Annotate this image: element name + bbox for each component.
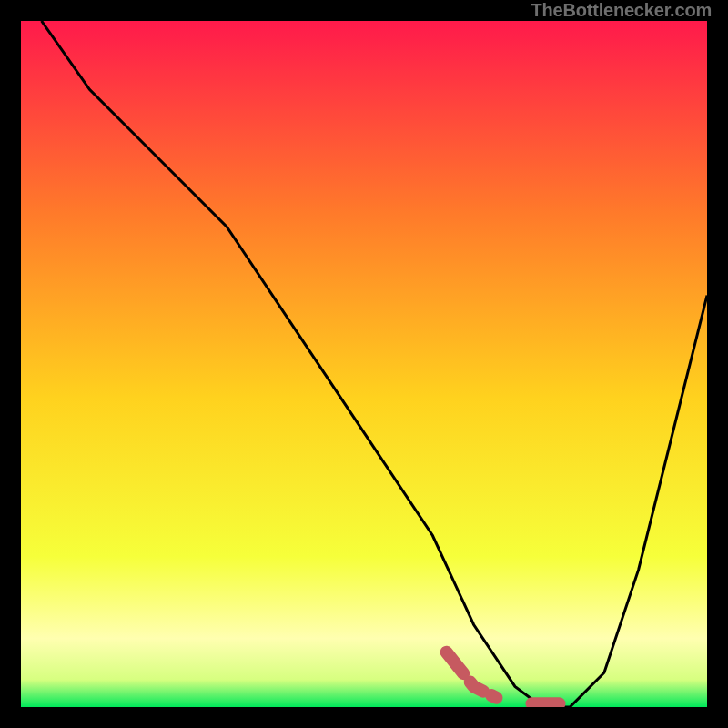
watermark-text: TheBottlenecker.com <box>531 0 713 21</box>
gradient-fill <box>21 21 707 707</box>
chart-background <box>21 21 707 707</box>
